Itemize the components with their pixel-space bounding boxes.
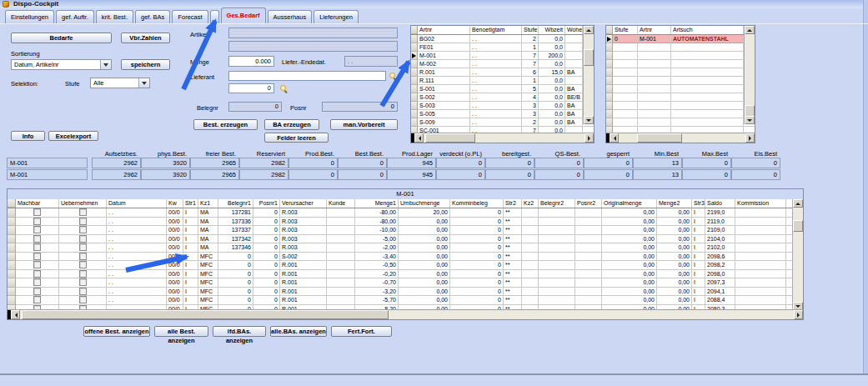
lieferant-search-icon[interactable]	[389, 73, 397, 80]
row-header[interactable]	[411, 68, 418, 77]
table-row-empty[interactable]	[606, 60, 755, 68]
row-header[interactable]	[606, 52, 613, 60]
table-row[interactable]: . .00/0IMA1373420R.003-5,000,000**0,000,…	[8, 235, 803, 244]
row-header[interactable]	[411, 110, 418, 118]
table-row-empty[interactable]	[606, 110, 755, 118]
table-row[interactable]: M-002. .70,0	[411, 60, 594, 68]
table-row[interactable]: . .00/0IMA1372810R.003-80,0020,000**0,00…	[8, 208, 803, 218]
scroll-left-button[interactable]	[610, 133, 619, 143]
table-row[interactable]: . .00/0IMFC00S-002-3,400,000**0,000,00I2…	[8, 253, 803, 262]
machbar-checkbox[interactable]	[33, 288, 41, 295]
table-row[interactable]: BG02. .20,0	[411, 35, 594, 43]
row-header[interactable]	[8, 208, 16, 218]
scroll-up-button[interactable]	[745, 26, 755, 34]
tab-lieferungen[interactable]: Lieferungen	[314, 10, 359, 23]
best-erzeugen-button[interactable]: Best. erzeugen	[193, 119, 258, 130]
chevron-down-icon[interactable]	[100, 60, 111, 69]
row-header[interactable]	[8, 261, 16, 270]
alle-bas-anzeigen-button[interactable]: alle.BAs. anzeigen	[270, 326, 327, 337]
row-header[interactable]	[8, 226, 16, 235]
row-header[interactable]	[411, 35, 418, 43]
row-header[interactable]	[8, 296, 16, 305]
liefer-endedat-field[interactable]: . .	[344, 56, 398, 67]
scrollbar-thumb[interactable]	[793, 220, 803, 232]
scrollbar-thumb[interactable]	[22, 310, 389, 319]
scroll-up-button[interactable]	[584, 26, 594, 34]
table-row[interactable]: . .00/0IMA1373460R.003-2,000,000**0,000,…	[8, 243, 803, 253]
fert-fort-button[interactable]: Fert.Fort.	[331, 326, 392, 337]
table-row-empty[interactable]	[606, 52, 755, 60]
row-header[interactable]	[606, 85, 613, 93]
row-header[interactable]	[411, 85, 418, 93]
uebernehmen-checkbox[interactable]	[79, 218, 87, 225]
tab-ges-bedarf[interactable]: Ges.Bedarf	[221, 8, 266, 23]
machbar-checkbox[interactable]	[33, 261, 41, 268]
table-row[interactable]: . .00/0IMFC00R.001-3,200,000**0,000,00I2…	[8, 288, 803, 297]
scrollbar-thumb[interactable]	[425, 133, 475, 143]
table-row[interactable]: R.111. .10,0	[411, 77, 594, 85]
table-row[interactable]: R.001. .615,0BA	[411, 68, 594, 77]
uebernehmen-checkbox[interactable]	[79, 261, 87, 268]
table-row[interactable]: S-001. .50,0BA	[411, 85, 594, 93]
lfd-bas-anzeigen-button[interactable]: lfd.BAs. anzeigen	[213, 326, 266, 337]
row-header[interactable]	[606, 43, 613, 52]
scroll-right-button[interactable]	[745, 133, 755, 143]
table-row[interactable]: . .00/0IMA1373370R.003-10,000,000**0,000…	[8, 226, 803, 235]
table-row[interactable]: S-005. .30,0BA	[411, 110, 594, 118]
uebernehmen-checkbox[interactable]	[79, 278, 87, 286]
uebernehmen-checkbox[interactable]	[79, 243, 87, 251]
table-row[interactable]: M-001. .7200,0	[411, 52, 594, 60]
machbar-checkbox[interactable]	[33, 243, 41, 251]
table-row[interactable]: . .00/0IMFC00R.001-5,700,000**0,000,00I2…	[8, 296, 803, 305]
scroll-down-button[interactable]	[745, 116, 755, 124]
uebernehmen-checkbox[interactable]	[79, 208, 87, 216]
scroll-left-button[interactable]	[11, 310, 20, 319]
lieferant-field[interactable]	[228, 71, 386, 81]
stufe-select[interactable]: Alle	[90, 78, 150, 88]
uebernehmen-checkbox[interactable]	[79, 226, 87, 233]
table-row[interactable]: . .00/0IMFC00R.001-0,500,000**0,000,00I2…	[8, 261, 803, 270]
ba-erzeugen-button[interactable]: BA erzeugen	[264, 119, 319, 130]
uebernehmen-checkbox[interactable]	[79, 296, 87, 303]
table-row-empty[interactable]	[606, 43, 755, 52]
row-header[interactable]	[8, 235, 16, 244]
machbar-checkbox[interactable]	[33, 296, 41, 303]
chevron-down-icon[interactable]	[138, 78, 149, 88]
row-header[interactable]	[8, 253, 16, 262]
scroll-left-button[interactable]	[414, 133, 424, 143]
tab-gef-bas[interactable]: gef. BAs	[135, 10, 170, 23]
artikel-description-field[interactable]	[228, 41, 398, 52]
menge-search-icon[interactable]	[280, 85, 288, 93]
tab-ausserhaus[interactable]: Ausserhaus	[268, 10, 313, 23]
tab-gef-auftr[interactable]: gef. Auftr.	[56, 10, 94, 23]
info-button[interactable]: Info	[11, 131, 45, 141]
vertical-scrollbar[interactable]	[583, 26, 594, 124]
row-header[interactable]	[606, 60, 613, 68]
vbr-zahlen-button[interactable]: Vbr.Zahlen	[121, 33, 170, 43]
table-row-empty[interactable]	[606, 77, 755, 85]
row-header[interactable]	[8, 243, 16, 253]
uebernehmen-checkbox[interactable]	[79, 253, 87, 260]
scroll-up-button[interactable]	[793, 199, 803, 208]
table-row-selected[interactable]: 0M-001AUTOMATENSTAHL	[606, 35, 755, 43]
row-header[interactable]	[8, 288, 16, 297]
tab-einstellungen[interactable]: Einstellungen	[5, 10, 54, 23]
row-header[interactable]	[411, 93, 418, 102]
row-header[interactable]	[411, 77, 418, 85]
uebernehmen-checkbox[interactable]	[79, 235, 87, 243]
vertical-scrollbar[interactable]	[792, 199, 803, 310]
speichern-button[interactable]: speichern	[121, 59, 170, 70]
uebernehmen-checkbox[interactable]	[79, 288, 87, 295]
table-row[interactable]: S-003. .30,0BA	[411, 102, 594, 110]
row-header[interactable]	[411, 60, 418, 68]
table-row-empty[interactable]	[606, 85, 755, 93]
row-header[interactable]	[8, 218, 16, 227]
row-header[interactable]	[411, 118, 418, 127]
table-row-empty[interactable]	[606, 93, 755, 102]
uebernehmen-checkbox[interactable]	[79, 270, 87, 278]
scrollbar-track[interactable]	[619, 133, 745, 143]
horizontal-scrollbar[interactable]	[606, 133, 755, 143]
table-row-empty[interactable]	[606, 102, 755, 110]
felder-leeren-button[interactable]: Felder leeren	[264, 133, 329, 143]
scroll-down-button[interactable]	[584, 116, 594, 124]
